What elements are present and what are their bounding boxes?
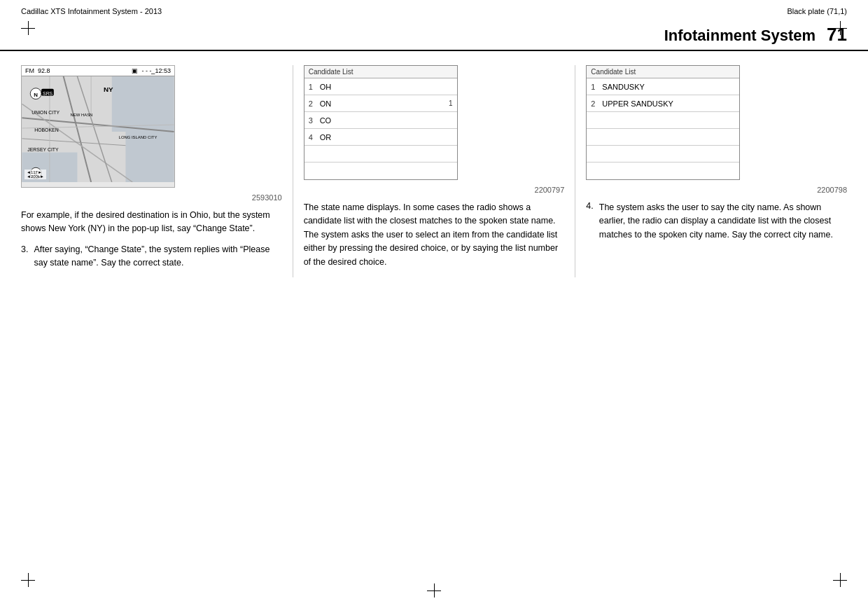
candidate-item-2-2: 2 UPPER SANDUSKY xyxy=(587,95,739,112)
column-1: FM 92.8 ▣ - - -⎯12:53 xyxy=(21,65,293,277)
candidate-item-2-1: 1 SANDUSKY xyxy=(587,78,739,95)
reg-mark-top-right xyxy=(833,21,847,35)
svg-text:HOBOKEN: HOBOKEN xyxy=(34,127,58,132)
header-left: Cadillac XTS Infotainment System - 2013 xyxy=(21,7,162,15)
svg-text:NY: NY xyxy=(104,85,113,93)
candidate-item-1-3: 3 CO xyxy=(304,112,457,129)
candidate-name: UPPER SANDUSKY xyxy=(602,99,735,108)
col3-list-body: The system asks the user to say the city… xyxy=(599,201,847,242)
col2-body-text: The state name displays. In some cases t… xyxy=(304,201,565,269)
svg-text:UNION CITY: UNION CITY xyxy=(31,110,59,115)
reg-mark-top-left xyxy=(21,21,35,35)
image-code-2: 2200797 xyxy=(304,186,565,194)
reg-mark-bottom-right xyxy=(833,573,847,587)
svg-text:NEW HASN: NEW HASN xyxy=(71,113,93,117)
candidate-item-1-2: 2 ON 1 xyxy=(304,95,457,112)
column-3: Candidate List 1 SANDUSKY 2 UPPER SANDUS… xyxy=(575,65,847,277)
map-icons: ▣ - - -⎯12:53 xyxy=(132,67,171,74)
page-header: Cadillac XTS Infotainment System - 2013 … xyxy=(0,0,868,22)
svg-text:SRS: SRS xyxy=(43,91,53,96)
col1-intro-text: For example, if the desired destination … xyxy=(21,209,282,236)
candidate-name: OH xyxy=(320,83,453,91)
col3-list-item: 4. The system asks the user to say the c… xyxy=(586,201,847,242)
image-code-1: 2593010 xyxy=(21,193,282,202)
col2-body: The state name displays. In some cases t… xyxy=(304,201,565,269)
map-header: FM 92.8 ▣ - - -⎯12:53 xyxy=(22,66,174,76)
candidate-name: ON xyxy=(320,99,449,108)
reg-mark-bottom-center xyxy=(427,583,441,597)
candidate-item-1-1: 1 OH xyxy=(304,78,457,95)
header-right: Black plate (71,1) xyxy=(787,7,847,15)
candidate-empty-5 xyxy=(587,146,739,163)
title-bar: Infotainment System 71 xyxy=(0,22,868,51)
candidate-list-ui-2: Candidate List 1 SANDUSKY 2 UPPER SANDUS… xyxy=(586,65,740,180)
main-content: FM 92.8 ▣ - - -⎯12:53 xyxy=(0,51,868,277)
candidate-item-1-4: 4 OR xyxy=(304,129,457,146)
fm-label: FM 92.8 xyxy=(25,67,50,74)
candidate-name: OR xyxy=(320,133,453,141)
svg-text:JERSEY CITY: JERSEY CITY xyxy=(27,147,59,152)
map-image: FM 92.8 ▣ - - -⎯12:53 xyxy=(21,65,175,188)
candidate-list-ui-1: Candidate List 1 OH 2 ON 1 3 CO 4 OR xyxy=(304,65,458,180)
candidate-empty-4 xyxy=(587,129,739,146)
candidate-num: 4 xyxy=(309,133,320,141)
column-2: Candidate List 1 OH 2 ON 1 3 CO 4 OR 220… xyxy=(293,65,576,277)
candidate-name: SANDUSKY xyxy=(602,83,735,91)
map-svg: NY UNION CITY HOBOKEN JERSEY CITY NEW HA… xyxy=(22,76,174,182)
candidate-num: 3 xyxy=(309,116,320,125)
col1-body: For example, if the desired destination … xyxy=(21,209,282,270)
candidate-badge: 1 xyxy=(449,99,453,107)
candidate-empty-1 xyxy=(304,146,457,163)
col1-list-num: 3. xyxy=(21,243,28,270)
svg-text:LONG ISLAND CITY: LONG ISLAND CITY xyxy=(119,135,158,139)
candidate-empty-3 xyxy=(587,112,739,129)
section-title: Infotainment System xyxy=(664,27,816,45)
candidate-num: 1 xyxy=(309,83,320,91)
svg-text:N: N xyxy=(34,92,38,98)
candidate-num: 2 xyxy=(309,99,320,108)
candidate-empty-6 xyxy=(587,163,739,179)
image-code-3: 2200798 xyxy=(586,186,847,194)
reg-mark-bottom-left xyxy=(21,573,35,587)
candidate-list-header-1: Candidate List xyxy=(304,66,457,78)
candidate-num: 2 xyxy=(591,99,602,108)
candidate-list-header-2: Candidate List xyxy=(587,66,739,78)
col3-list-num: 4. xyxy=(586,201,593,242)
col1-list-body: After saying, “Change State”, the system… xyxy=(34,243,281,270)
candidate-name: CO xyxy=(320,116,453,125)
col1-list-item: 3. After saying, “Change State”, the sys… xyxy=(21,243,282,270)
page-title-section: Infotainment System 71 xyxy=(664,24,847,46)
map-scale: ◄117►◄200k► xyxy=(24,170,46,179)
candidate-empty-2 xyxy=(304,163,457,179)
candidate-num: 1 xyxy=(591,83,602,91)
map-body: NY UNION CITY HOBOKEN JERSEY CITY NEW HA… xyxy=(22,76,174,182)
